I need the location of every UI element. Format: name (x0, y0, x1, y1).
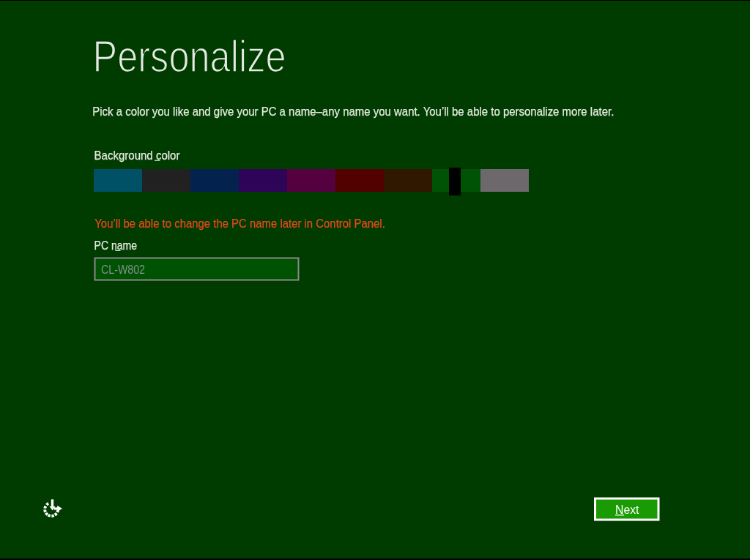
svg-text:CL-W802: CL-W802 (101, 264, 145, 276)
svg-text:Pick a color you like and give: Pick a color you like and give your PC a… (92, 105, 614, 119)
svg-text:PC name: PC name (94, 239, 138, 253)
svg-text:You’ll be able to change the P: You’ll be able to change the PC name lat… (94, 217, 385, 231)
svg-text:Background color: Background color (94, 149, 180, 163)
svg-text:Personalize: Personalize (93, 31, 286, 81)
